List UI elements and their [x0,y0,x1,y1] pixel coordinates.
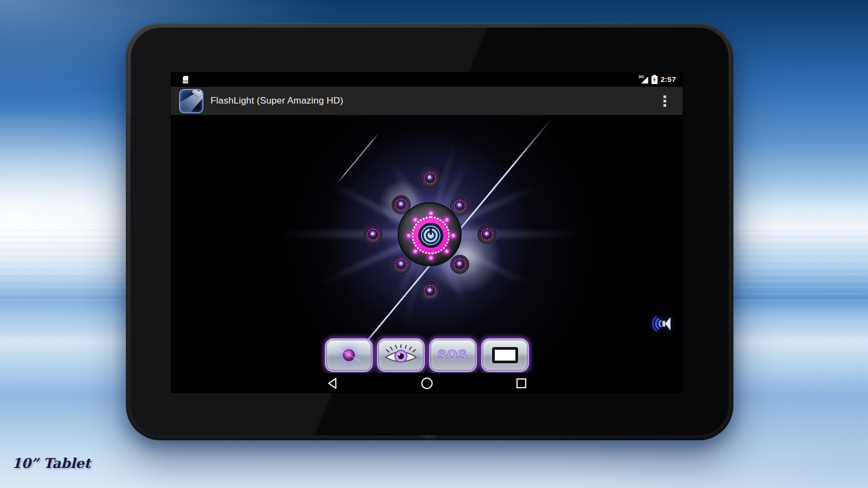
status-bar-right: 3G 2:57 [639,75,676,84]
sos-label: SOS [438,348,468,363]
flashlight-app-icon [179,89,203,113]
satellite-orb [363,225,382,244]
diagonal-light-beam-small [337,133,379,183]
glow-dot [444,249,449,254]
action-bar: FlashLight (Super Amazing HD) [171,87,682,115]
satellite-orb [420,169,439,188]
flashlight-content-area: SOS [171,115,682,373]
screen-light-mode-button[interactable] [481,338,529,372]
glow-dot [429,255,433,260]
satellite-orb [477,225,496,244]
app-title: FlashLight (Super Amazing HD) [210,95,343,106]
glow-dot [451,233,456,238]
glow-dot [444,217,449,222]
tablet-size-caption: 10” Tablet [12,455,91,471]
overflow-menu-icon[interactable] [661,92,668,110]
sd-card-icon [183,76,188,84]
satellite-orb [420,281,439,300]
mode-button-row: SOS [325,338,529,372]
desktop-background: 10” Tablet 3G 2:57 [0,0,868,488]
glow-orb-icon [333,339,365,371]
tablet-screen: 3G 2:57 FlashLight (Super Amazing HD) [171,72,682,393]
signal-3g-icon: 3G [639,75,648,84]
sound-on-icon[interactable] [650,312,673,335]
power-button-base [398,202,462,266]
glow-dot [413,217,418,222]
power-toggle-button[interactable] [412,216,450,254]
nav-recents-button[interactable] [510,375,532,391]
blink-eye-mode-button[interactable] [377,338,425,372]
android-nav-bar [171,373,682,393]
glow-dot [429,211,433,216]
status-clock: 2:57 [661,75,676,84]
light-orb-mode-button[interactable] [325,338,373,372]
sos-mode-button[interactable]: SOS [429,338,477,372]
nav-home-button[interactable] [416,375,438,391]
screen-icon [492,347,518,363]
nav-back-button[interactable] [322,375,343,391]
power-icon [424,228,438,242]
battery-charging-icon [652,76,658,84]
glow-dot [406,233,411,238]
tablet-device: 3G 2:57 FlashLight (Super Amazing HD) [126,23,733,440]
satellite-orb [450,255,469,274]
network-type-label: 3G [639,74,644,79]
glow-dot [413,249,418,254]
status-bar: 3G 2:57 [171,72,682,87]
eye-icon [384,344,418,366]
